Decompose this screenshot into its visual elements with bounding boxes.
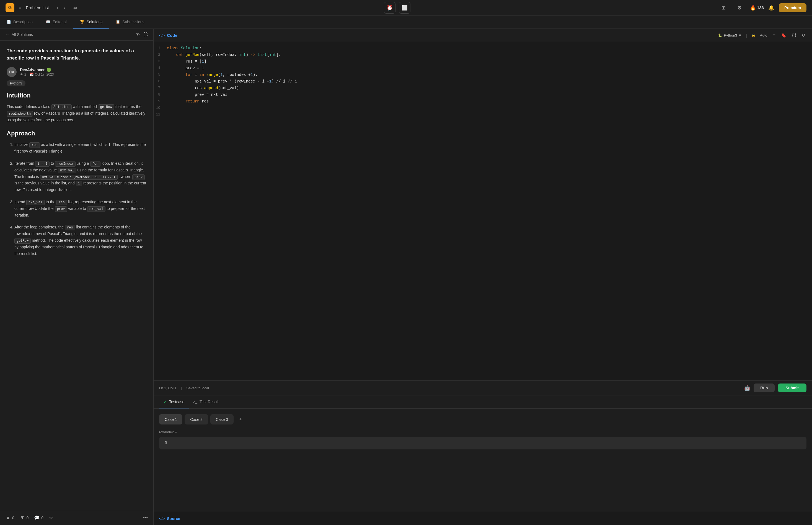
code-status-bar: Ln 1, Col 1 | Saved to local 🤖 Run Submi… [154, 380, 812, 395]
tab-submissions[interactable]: 📋 Submissions [109, 15, 151, 29]
solution-title: The code provides a one-liner to generat… [6, 47, 147, 61]
author-info: DevAdvancer 🟢 👁 2 📅 Oct 17, 2023 [20, 68, 54, 76]
source-label: Source [167, 516, 180, 521]
testcase-panel: ✓ Testcase >_ Test Result Case 1 Case 2 … [154, 395, 812, 512]
python-dot: 🐍 [718, 33, 722, 38]
code-for: for [90, 161, 101, 167]
solution-footer: ▲ 0 ▼ 0 💬 0 ☆ ••• [0, 510, 153, 525]
testcase-tab[interactable]: ✓ Testcase [159, 395, 189, 408]
approach-item-1: Initialize res as a list with a single e… [14, 141, 147, 155]
shuffle-icon[interactable]: ⇄ [73, 5, 77, 10]
nav-right: ⊞ ⚙ 🔥 133 🔔 Premium [718, 2, 807, 14]
check-icon: ✓ [164, 400, 167, 404]
author-meta: 👁 2 📅 Oct 17, 2023 [20, 73, 54, 76]
logo: G [5, 3, 14, 12]
code-panel: </> Code 🐍 Python3 ∨ | 🔒 Auto ≡ 🔖 [154, 29, 812, 395]
approach-section: Approach Initialize res as a list with a… [6, 130, 147, 257]
approach-item-2: Iterate from i = 1 to rowIndex using a f… [14, 160, 147, 193]
nav-back-arrow[interactable]: ‹ [55, 4, 61, 12]
date-meta: 📅 Oct 17, 2023 [30, 73, 54, 76]
case-2-tab[interactable]: Case 2 [185, 414, 208, 424]
comment-icon: 💬 [34, 515, 40, 520]
code-res1: res [29, 142, 40, 148]
back-to-solutions-btn[interactable]: ← All Solutions [5, 32, 33, 37]
intuition-heading: Intuition [6, 92, 147, 99]
approach-heading: Approach [6, 130, 147, 137]
gear-icon-btn[interactable]: ⚙ [734, 2, 745, 14]
author-badge: 🟢 [46, 68, 51, 72]
status-left: Ln 1, Col 1 | Saved to local [159, 386, 209, 390]
code-line-11: 11 [154, 112, 812, 119]
fire-streak: 🔥 133 [750, 5, 764, 11]
expand-code-icon-btn[interactable]: { } [791, 32, 797, 39]
code-line-9: 9 return res [154, 99, 812, 105]
case-3-tab[interactable]: Case 3 [210, 414, 233, 424]
case-1-tab[interactable]: Case 1 [159, 414, 182, 424]
downvote-icon: ▼ [20, 515, 25, 521]
code-line-10: 10 [154, 105, 812, 112]
right-panel: </> Code 🐍 Python3 ∨ | 🔒 Auto ≡ 🔖 [154, 29, 812, 525]
input-value[interactable]: 3 [159, 437, 807, 449]
code-prev2: prev [55, 206, 67, 212]
grid-icon-btn[interactable]: ⊞ [718, 2, 729, 14]
upvote-icon: ▲ [5, 515, 11, 521]
code-rowidx: rowIndex [55, 161, 76, 167]
approach-item-3: ppend nxt_val to the res list, represent… [14, 199, 147, 219]
language-selector[interactable]: 🐍 Python3 ∨ [718, 33, 741, 38]
nav-problem-list: Problem List [26, 5, 49, 10]
code-nxtval1: nxt_val [58, 168, 76, 173]
submit-button[interactable]: Submit [778, 384, 807, 392]
code-rowindexth: rowIndex-th [6, 111, 33, 117]
list-icon-btn[interactable]: ≡ [772, 32, 777, 39]
nav-forward-arrow[interactable]: › [62, 4, 68, 12]
emoji-icon-btn[interactable]: 🤖 [744, 385, 750, 391]
eye-icon[interactable]: 👁 [136, 32, 140, 37]
code-tag-icon: </> [159, 33, 165, 38]
refresh-icon-btn[interactable]: ↺ [801, 32, 807, 39]
code-header: </> Code 🐍 Python3 ∨ | 🔒 Auto ≡ 🔖 [154, 29, 812, 42]
author-row: DA DevAdvancer 🟢 👁 2 📅 Oct 17, 2023 [6, 67, 147, 77]
testcase-header: ✓ Testcase >_ Test Result [154, 395, 812, 409]
auto-label: Auto [760, 33, 767, 38]
approach-item-4: After the loop completes, the res list c… [14, 224, 147, 257]
submissions-icon: 📋 [116, 20, 120, 24]
more-icon[interactable]: ••• [143, 515, 148, 520]
bell-icon[interactable]: 🔔 [768, 5, 775, 11]
add-case-btn[interactable]: + [236, 414, 245, 424]
code-i2: i [76, 181, 82, 186]
star-icon[interactable]: ☆ [49, 515, 53, 520]
intuition-text: This code defines a class Solution with … [6, 104, 147, 123]
code-prev1: prev [132, 175, 145, 180]
code-solution: Solution [51, 104, 72, 110]
run-button[interactable]: Run [754, 384, 775, 392]
code-line-3: 3 res = [1] [154, 59, 812, 65]
code-editor[interactable]: 1 class Solution: 2 def getRow(self, row… [154, 42, 812, 380]
solutions-header: ← All Solutions 👁 ⛶ [0, 29, 153, 41]
input-label: rowIndex = [159, 430, 807, 434]
downvote-btn[interactable]: ▼ 0 [20, 515, 29, 521]
top-nav: G ≡ Problem List ‹ › ⇄ ⏰ ⬜ ⊞ ⚙ 🔥 133 🔔 P… [0, 0, 812, 15]
code-line-6: 6 nxt_val = prev * (rowIndex - i +1) // … [154, 79, 812, 85]
testresult-tab[interactable]: >_ Test Result [189, 395, 223, 408]
views-meta: 👁 2 [20, 73, 26, 76]
tab-description[interactable]: 📄 Description [0, 15, 39, 29]
status-right: 🤖 Run Submit [744, 384, 807, 392]
upvote-btn[interactable]: ▲ 0 [5, 515, 14, 521]
approach-list: Initialize res as a list with a single e… [6, 141, 147, 257]
code-formula: nxt_val = prev * (rowIndex − i + 1) // i [40, 175, 118, 180]
source-code-icon: </> [159, 516, 165, 521]
tab-solutions[interactable]: 🏆 Solutions [73, 15, 109, 29]
tab-editorial[interactable]: 📖 Editorial [39, 15, 73, 29]
layout-icon-btn[interactable]: ⬜ [399, 2, 410, 14]
expand-icon[interactable]: ⛶ [143, 32, 148, 37]
back-arrow-icon: ← [5, 32, 10, 37]
bookmark-icon-btn[interactable]: 🔖 [780, 32, 788, 39]
terminal-icon: >_ [193, 400, 197, 404]
premium-button[interactable]: Premium [779, 3, 807, 12]
comment-btn[interactable]: 💬 0 [34, 515, 44, 520]
code-toolbar: 🐍 Python3 ∨ | 🔒 Auto ≡ 🔖 { } ↺ [718, 32, 807, 39]
code-res3: res [65, 225, 75, 230]
cursor-position: Ln 1, Col 1 [159, 386, 177, 390]
timer-icon-btn[interactable]: ⏰ [384, 2, 396, 14]
code-i1: i = 1 [35, 161, 49, 167]
